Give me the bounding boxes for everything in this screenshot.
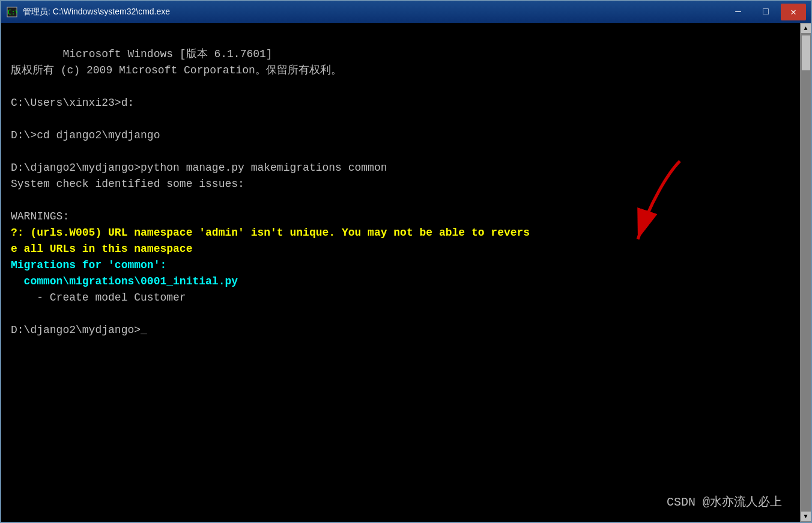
scrollbar[interactable]: ▲ ▼ [800,23,811,522]
scrollbar-thumb[interactable] [801,35,811,71]
svg-text:C:\: C:\ [8,9,17,16]
window-controls: ─ □ ✕ [726,4,806,20]
close-button[interactable]: ✕ [781,4,806,20]
terminal-output: Microsoft Windows [版本 6.1.7601] 版权所有 (c)… [11,30,790,355]
cmd-window: C:\ 管理员: C:\Windows\system32\cmd.exe ─ □… [0,0,812,523]
terminal[interactable]: Microsoft Windows [版本 6.1.7601] 版权所有 (c)… [1,23,800,522]
line-warning: ?: (urls.W005) URL namespace 'admin' isn… [11,227,530,255]
line-1: Microsoft Windows [版本 6.1.7601] 版权所有 (c)… [11,48,387,222]
watermark: CSDN @水亦流人必上 [667,494,782,510]
line-migrations: Migrations for 'common': common\migratio… [11,259,238,287]
content-area: Microsoft Windows [版本 6.1.7601] 版权所有 (c)… [1,23,811,522]
maximize-button[interactable]: □ [753,4,778,20]
scrollbar-track[interactable] [801,34,811,511]
minimize-button[interactable]: ─ [726,4,751,20]
scroll-down-button[interactable]: ▼ [801,511,811,522]
titlebar: C:\ 管理员: C:\Windows\system32\cmd.exe ─ □… [1,1,811,23]
line-model: - Create model Customer D:\django2\mydja… [11,292,186,336]
scroll-up-button[interactable]: ▲ [801,23,811,34]
titlebar-icon: C:\ [6,6,18,18]
window-title: 管理员: C:\Windows\system32\cmd.exe [23,7,726,17]
